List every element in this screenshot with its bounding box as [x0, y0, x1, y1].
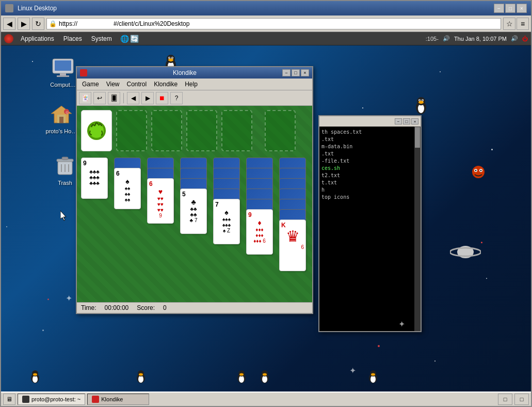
foundation-slot-3[interactable] [186, 110, 217, 151]
klondike-maximize-button[interactable]: □ [292, 69, 300, 76]
svg-point-37 [480, 170, 482, 171]
klondike-task-label: Klondike [101, 396, 123, 402]
browser-close-button[interactable]: × [517, 4, 527, 13]
taskbar-desktop-button[interactable]: 🖥 [3, 394, 15, 405]
svg-point-45 [33, 373, 37, 376]
foundation-slot-1[interactable] [116, 110, 147, 151]
mouse-cursor [60, 211, 68, 221]
taskbar-task-terminal[interactable]: proto@proto-test: ~ [18, 394, 85, 405]
svg-marker-41 [60, 211, 66, 221]
card-5-clubs[interactable]: 5 ♣ ♣♣♣♣♣ 7 [180, 189, 207, 234]
card-9-diamonds[interactable]: 9 ♦ ♦♦♦♦♦♦♦♦♦ 6 [246, 209, 273, 255]
toolbar-forward[interactable]: ▶ [141, 92, 154, 104]
svg-point-57 [263, 373, 267, 376]
tableau-column-4[interactable]: 5 ♣ ♣♣♣♣♣ 7 [180, 158, 209, 271]
tableau-column-1[interactable]: 9 ♣♣♣♣♣♣♣♣♣ [81, 158, 110, 271]
svg-point-55 [262, 375, 267, 383]
taskbar-right-btn-1[interactable]: □ [498, 394, 512, 405]
card-suit: ♠ [116, 177, 139, 185]
svg-point-53 [239, 373, 244, 376]
card-rank: 6 [116, 170, 139, 177]
snowflake-1: ✦ [66, 293, 72, 303]
terminal-scrollbar[interactable] [414, 127, 421, 331]
klondike-close-button[interactable]: × [301, 69, 309, 76]
terminal-titlebar: − □ × [319, 116, 421, 127]
gnome-menu-system[interactable]: System [87, 34, 116, 43]
klondike-menu-control[interactable]: Control [123, 80, 150, 89]
card-pips: ♥♥♥♥♥♥9 [149, 196, 172, 218]
gnome-menu-places[interactable]: Places [59, 34, 86, 43]
snowflake-3: ✦ [349, 366, 356, 375]
toolbar-back[interactable]: ◀ [127, 92, 139, 104]
browser-window: Linux Desktop − □ × ◀ ▶ ↻ 🔒 ☆ ≡ Applicat… [0, 0, 532, 407]
toolbar-undo[interactable]: ↩ [93, 92, 106, 104]
klondike-minimize-button[interactable]: − [282, 69, 291, 76]
bookmark-button[interactable]: ☆ [503, 18, 515, 30]
tableau-column-5[interactable]: 7 ♠ ♠♠♠♠♠♠♠ Z [213, 158, 242, 271]
address-bar[interactable] [59, 20, 498, 27]
gnome-menu-applications[interactable]: Applications [17, 34, 58, 43]
toolbar-stop[interactable]: ⏹ [156, 92, 168, 104]
terminal-scrollbar-thumb[interactable] [415, 127, 420, 148]
terminal-line-12: t2.txt [321, 172, 418, 179]
desktop-icon-home[interactable]: ☺ proto's Ho… [43, 102, 79, 134]
svg-rect-11 [62, 157, 68, 160]
svg-point-61 [371, 373, 375, 376]
penguin-right-svg [414, 97, 428, 116]
bottom-penguin-3 [236, 370, 247, 386]
klondike-top-row [81, 110, 308, 151]
browser-maximize-button[interactable]: □ [505, 4, 515, 13]
terminal-line-13: t.txt [321, 179, 418, 186]
foundation-slot-2[interactable] [151, 110, 182, 151]
terminal-close-button[interactable]: × [411, 118, 418, 124]
klondike-game-area[interactable]: 9 ♣♣♣♣♣♣♣♣♣ 6 ♠ ♠♠♠♠♠♠ [77, 106, 312, 302]
card-rank: 6 [149, 180, 172, 187]
card-suit: ♦ [248, 218, 271, 227]
reload-button[interactable]: ↻ [32, 18, 44, 30]
terminal-minimize-button[interactable]: − [395, 118, 402, 124]
taskbar-right-btn-2[interactable]: □ [514, 394, 529, 405]
svg-point-21 [169, 57, 170, 58]
klondike-menu-klondike[interactable]: Klondike [151, 80, 181, 89]
back-button[interactable]: ◀ [3, 18, 15, 30]
klondike-menu-view[interactable]: View [103, 80, 123, 89]
toolbar-deal[interactable]: 🂠 [108, 92, 120, 104]
taskbar-task-klondike[interactable]: Klondike [87, 394, 149, 405]
klondike-menu-game[interactable]: Game [79, 80, 102, 89]
svg-point-49 [139, 373, 143, 376]
card-pips: ♠♠♠♠♠♠ [116, 185, 139, 202]
card-6-spades[interactable]: 6 ♠ ♠♠♠♠♠♠ [114, 168, 141, 209]
gnome-bar-right: :105- 🔊 Thu Jan 8, 10:07 PM 🔊 ⏻ [426, 35, 528, 42]
toolbar-hint[interactable]: ? [170, 92, 183, 104]
svg-point-36 [475, 170, 477, 171]
tableau-column-6[interactable]: 9 ♦ ♦♦♦♦♦♦♦♦♦ 6 [246, 158, 275, 271]
tableau-column-7[interactable]: K ♛ 6 [279, 158, 308, 271]
toolbar-new-game[interactable]: 🃏 [79, 92, 91, 104]
tableau-column-2[interactable]: 6 ♠ ♠♠♠♠♠♠ [114, 158, 143, 271]
foundation-slot-4[interactable] [221, 110, 252, 151]
bottom-penguin-4-svg [259, 370, 270, 384]
browser-titlebar: Linux Desktop − □ × [1, 1, 531, 15]
stock-pile[interactable] [81, 110, 112, 151]
card-7-spades[interactable]: 7 ♠ ♠♠♠♠♠♠♠ Z [213, 199, 240, 244]
browser-minimize-button[interactable]: − [494, 4, 504, 13]
card-9-clubs[interactable]: 9 ♣♣♣♣♣♣♣♣♣ [81, 158, 108, 199]
computer-svg [52, 58, 74, 79]
score-value: 0 [163, 304, 167, 311]
bottom-penguin-3-svg [236, 370, 247, 384]
terminal-line-15: h [321, 186, 418, 194]
svg-rect-3 [57, 75, 69, 77]
tableau-column-3[interactable]: 6 ♥ ♥♥♥♥♥♥9 [147, 158, 176, 271]
terminal-content[interactable]: th spaces.txt .txt m-data.bin .txt -file… [319, 127, 421, 331]
klondike-menu-help[interactable]: Help [182, 80, 201, 89]
forward-button[interactable]: ▶ [18, 18, 30, 30]
terminal-maximize-button[interactable]: □ [403, 118, 410, 124]
card-king-hearts[interactable]: K ♛ 6 [279, 220, 306, 271]
card-6-hearts[interactable]: 6 ♥ ♥♥♥♥♥♥9 [147, 178, 174, 224]
klondike-tableau: 9 ♣♣♣♣♣♣♣♣♣ 6 ♠ ♠♠♠♠♠♠ [81, 158, 308, 271]
foundation-slot-5[interactable] [265, 110, 296, 151]
power-icon: ⏻ [522, 36, 528, 42]
terminal-line-17: top icons [321, 194, 418, 201]
terminal-line-4: .txt [321, 150, 418, 158]
menu-button[interactable]: ≡ [517, 18, 529, 30]
